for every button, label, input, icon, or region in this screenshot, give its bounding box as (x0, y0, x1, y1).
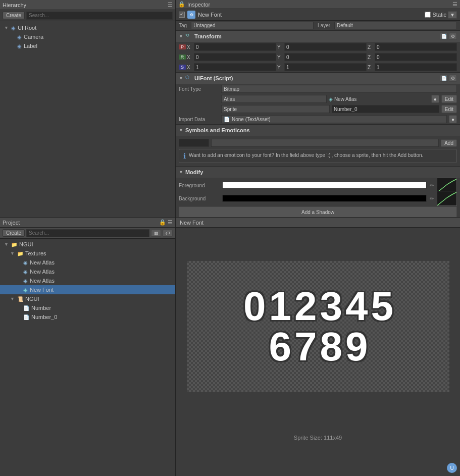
symbols-header: ▼ Symbols and Emoticons (176, 125, 460, 136)
z-axis-label: Z (368, 65, 374, 70)
transform-title: Transform (194, 33, 438, 39)
foreground-color-bar[interactable] (222, 182, 427, 189)
font-type-field: Font Type Bitmap (176, 84, 460, 94)
tree-item-ui-root[interactable]: ▼ ◉ UI Root (0, 23, 175, 32)
scale-row: S X Y Z (176, 62, 460, 72)
sprite-edit-btn[interactable]: Edit (441, 105, 457, 113)
s-label: S (179, 65, 186, 70)
project-lock-icon[interactable]: 🔒 (159, 219, 166, 226)
tree-item-label: New Font (30, 287, 54, 293)
scale-z-input[interactable] (375, 63, 457, 71)
add-shadow-button[interactable]: Add a Shadow (179, 206, 457, 217)
atlas-name: New Atlas (334, 96, 429, 102)
tree-item-new-atlas-3[interactable]: ◉ New Atlas (0, 276, 175, 285)
scale-y-input[interactable] (284, 63, 367, 71)
rot-y-input[interactable] (284, 53, 367, 61)
atlas-type-dropdown[interactable]: Atlas (221, 95, 327, 103)
tree-item-number[interactable]: 📄 Number (0, 303, 175, 312)
sprite-field: Sprite Number_0 Edit (176, 104, 460, 114)
active-checkbox[interactable] (179, 12, 185, 18)
pos-z-input[interactable]: 0 (375, 43, 457, 51)
rot-x-input[interactable] (194, 53, 276, 61)
tree-item-label[interactable]: ◉ Label (0, 41, 175, 50)
sprite-size-label: Sprite Size: 111x49 (294, 433, 342, 443)
uifont-book-btn[interactable]: 📄 (440, 75, 448, 82)
import-dot-btn[interactable]: ● (449, 115, 457, 123)
info-text: Want to add an emoticon to your font? In… (189, 152, 423, 159)
project-tag-btn[interactable]: 🏷 (163, 230, 173, 237)
hierarchy-tree: ▼ ◉ UI Root ◉ Camera ◉ Label (0, 21, 175, 217)
project-create-button[interactable]: Create (3, 229, 25, 237)
tree-item-new-atlas-2[interactable]: ◉ New Atlas (0, 267, 175, 276)
tree-item-textures[interactable]: ▼ 📁 Textures (0, 249, 175, 258)
transform-book-btn[interactable]: 📄 (440, 33, 448, 40)
project-menu-icon[interactable]: ☰ (168, 219, 173, 226)
unity-logo-icon[interactable]: U (447, 463, 457, 473)
project-filter-btn[interactable]: ▦ (151, 230, 161, 237)
lock-icon[interactable]: 🔒 (178, 1, 185, 8)
tag-dropdown[interactable]: Untagged (191, 22, 314, 29)
x-axis-label: X (187, 55, 193, 60)
atlas-edit-btn[interactable]: Edit (441, 95, 457, 103)
digit-4: 4 (345, 286, 367, 327)
folder-icon: 📁 (11, 242, 17, 247)
asset-icon: 📄 (23, 314, 29, 320)
hierarchy-menu-icon[interactable]: ☰ (168, 2, 173, 8)
symbols-toggle[interactable]: ▼ (179, 128, 183, 133)
tree-item-label: Number_0 (31, 314, 57, 320)
add-emoticon-button[interactable]: Add (441, 139, 457, 147)
inspector-menu-icon[interactable]: ☰ (452, 1, 457, 8)
background-label: Background (179, 196, 219, 201)
object-icon: ⚙ (187, 11, 195, 19)
emoticon-row: Add (179, 138, 457, 148)
sprite-type-dropdown[interactable]: Sprite (221, 105, 330, 113)
font-preview-image: 0 1 2 3 4 5 6 7 8 9 (187, 261, 449, 392)
tag-layer-row: Tag Untagged Layer Default (176, 21, 460, 31)
tree-item-camera[interactable]: ◉ Camera (0, 32, 175, 41)
digit-3: 3 (320, 286, 342, 327)
tree-item-new-font[interactable]: ◉ New Font (0, 285, 175, 294)
font-icon: ◉ (23, 287, 28, 293)
transform-component: ▼ ⟲ Transform 📄 ⚙ P X 0 Y 0 Z 0 R (176, 31, 460, 73)
digit-2: 2 (294, 286, 316, 327)
sprite-value-input[interactable]: Number_0 (332, 105, 439, 113)
uifont-gear-btn[interactable]: ⚙ (449, 75, 457, 82)
static-dropdown[interactable]: ▼ (448, 11, 457, 19)
import-data-label: Import Data (179, 117, 219, 122)
tree-item-ngui[interactable]: ▼ 📁 NGUI (0, 240, 175, 249)
scale-x-input[interactable] (194, 63, 276, 71)
digit-9: 9 (345, 327, 367, 367)
expand-arrow: ▼ (10, 251, 15, 256)
digit-8: 8 (320, 327, 342, 367)
project-toolbar: Create ▦ 🏷 (0, 228, 175, 239)
background-pencil-icon[interactable]: ✏ (430, 196, 434, 201)
uifont-title: UIFont (Script) (194, 75, 438, 81)
project-search-input[interactable] (26, 229, 149, 237)
hierarchy-search-input[interactable] (26, 12, 173, 20)
foreground-pencil-icon[interactable]: ✏ (430, 183, 434, 188)
folder-icon: 📁 (17, 251, 23, 256)
transform-toggle[interactable]: ▼ (179, 34, 183, 39)
hierarchy-create-button[interactable]: Create (3, 12, 25, 19)
tree-item-new-atlas-1[interactable]: ◉ New Atlas (0, 258, 175, 267)
rot-z-input[interactable] (375, 53, 457, 61)
background-color-bar[interactable] (222, 195, 427, 202)
modify-toggle[interactable]: ▼ (179, 170, 183, 175)
atlas-dot-btn[interactable]: ● (431, 95, 439, 103)
pos-y-input[interactable]: 0 (284, 43, 367, 51)
tree-item-ngui2[interactable]: ▼ 📜 NGUI (0, 294, 175, 303)
tree-item-label: New Atlas (30, 278, 55, 284)
emoticon-text-input[interactable] (179, 139, 209, 147)
tree-item-number0[interactable]: 📄 Number_0 (0, 312, 175, 322)
static-checkbox[interactable] (425, 12, 431, 18)
font-type-dropdown[interactable]: Bitmap (221, 85, 457, 93)
transform-gear-btn[interactable]: ⚙ (449, 33, 457, 40)
atlas-icon: ◉ (23, 278, 28, 284)
emoticon-sprite-dropdown[interactable] (211, 139, 439, 147)
y-axis-label: Y (277, 65, 283, 70)
pos-x-input[interactable]: 0 (194, 43, 276, 51)
uifont-toggle[interactable]: ▼ (179, 76, 183, 81)
digits-row-2: 6 7 8 9 (269, 327, 367, 367)
background-curve-svg (437, 191, 456, 205)
layer-dropdown[interactable]: Default (334, 22, 457, 29)
